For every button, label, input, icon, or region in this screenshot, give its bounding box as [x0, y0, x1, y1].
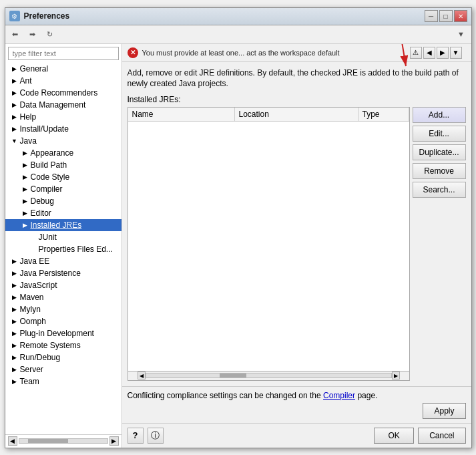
sidebar-item-help[interactable]: ▶ Help — [5, 111, 122, 123]
sidebar-item-label: Remote Systems — [20, 341, 81, 350]
sidebar-item-label: Debug — [31, 196, 54, 206]
sidebar-item-build-path[interactable]: ▶ Build Path — [5, 159, 122, 171]
back-button[interactable]: ⬅ — [8, 27, 23, 41]
sidebar-item-label: Plug-in Development — [20, 329, 94, 338]
sidebar-item-junit[interactable]: JUnit — [5, 231, 122, 243]
panel-footer: Conflicting compliance settings can be c… — [122, 386, 471, 423]
description-text: Add, remove or edit JRE definitions. By … — [128, 67, 466, 90]
right-panel: ✕ You must provide at least one... act a… — [122, 44, 471, 448]
scroll-left-button[interactable]: ◀ — [138, 371, 146, 380]
jres-area: Name Location Type ◀ — [128, 107, 466, 380]
arrow-icon: ▶ — [21, 209, 29, 217]
sidebar-scrollbar: ◀ ▶ — [5, 434, 122, 448]
arrow-icon: ▶ — [11, 101, 19, 109]
add-button[interactable]: Add... — [413, 107, 466, 123]
sidebar-item-label: JavaScript — [20, 281, 57, 290]
close-button[interactable]: ✕ — [454, 10, 467, 22]
sidebar-item-label: Properties Files Ed... — [39, 245, 113, 254]
table-body — [128, 122, 409, 370]
forward-button[interactable]: ➡ — [25, 27, 40, 41]
sidebar-item-server[interactable]: ▶ Server — [5, 363, 122, 375]
help-button[interactable]: ? — [128, 428, 144, 444]
toolbar-menu-button[interactable]: ▼ — [454, 27, 469, 41]
compiler-link[interactable]: Compiler — [323, 391, 355, 400]
edit-button[interactable]: Edit... — [413, 126, 466, 142]
col-header-name: Name — [128, 108, 235, 121]
arrow-icon — [29, 233, 37, 241]
sidebar-item-general[interactable]: ▶ General — [5, 63, 122, 75]
preferences-window: ⚙ Preferences ─ □ ✕ ⬅ ➡ ↻ ▼ ▶ General — [5, 7, 472, 448]
scroll-right-button[interactable]: ▶ — [392, 371, 400, 380]
arrow-icon: ▶ — [11, 377, 19, 386]
sidebar-item-label: Java Persistence — [20, 269, 81, 278]
installed-jres-label: Installed JREs: — [128, 95, 466, 104]
window-icon: ⚙ — [9, 11, 20, 21]
refresh-button[interactable]: ↻ — [43, 27, 57, 41]
footer-text-before: Conflicting compliance settings can be c… — [128, 391, 324, 400]
sidebar-item-label: Install/Update — [20, 124, 69, 134]
sidebar-item-install-update[interactable]: ▶ Install/Update — [5, 123, 122, 135]
sidebar-item-label: Editor — [31, 208, 51, 218]
search-button[interactable]: Search... — [413, 182, 466, 198]
sidebar-item-code-recommenders[interactable]: ▶ Code Recommenders — [5, 87, 122, 99]
sidebar-item-data-management[interactable]: ▶ Data Management — [5, 99, 122, 111]
arrow-icon: ▶ — [11, 281, 19, 289]
sidebar-item-label: Installed JREs — [31, 220, 82, 230]
ok-button[interactable]: OK — [374, 428, 414, 444]
sidebar-item-plugin-development[interactable]: ▶ Plug-in Development — [5, 327, 122, 339]
duplicate-button[interactable]: Duplicate... — [413, 144, 466, 160]
sidebar-scroll-left[interactable]: ◀ — [8, 436, 17, 446]
sidebar-item-appearance[interactable]: ▶ Appearance — [5, 147, 122, 159]
sidebar-item-compiler[interactable]: ▶ Compiler — [5, 183, 122, 195]
sidebar-item-code-style[interactable]: ▶ Code Style — [5, 171, 122, 183]
filter-input[interactable] — [8, 47, 119, 60]
sidebar-item-properties-files[interactable]: Properties Files Ed... — [5, 243, 122, 255]
sidebar-item-installed-jres[interactable]: ▶ Installed JREs — [5, 219, 122, 231]
tree-container: ▶ General ▶ Ant ▶ Code Recommenders ▶ Da… — [5, 63, 122, 434]
dialog-buttons: ? ⓘ OK Cancel — [122, 423, 471, 448]
sidebar-item-label: Data Management — [20, 100, 86, 110]
sidebar-item-run-debug[interactable]: ▶ Run/Debug — [5, 351, 122, 363]
arrow-icon: ▶ — [11, 317, 19, 325]
scrollbar-thumb — [220, 373, 246, 377]
arrow-icon: ▼ — [11, 137, 19, 145]
arrow-icon: ▶ — [21, 221, 29, 229]
sidebar-item-remote-systems[interactable]: ▶ Remote Systems — [5, 339, 122, 351]
sidebar-item-oomph[interactable]: ▶ Oomph — [5, 315, 122, 327]
sidebar-item-team[interactable]: ▶ Team — [5, 375, 122, 388]
sidebar-item-maven[interactable]: ▶ Maven — [5, 291, 122, 303]
apply-button[interactable]: Apply — [423, 403, 465, 419]
sidebar-scroll-thumb — [28, 439, 68, 443]
sidebar-scroll-track — [19, 438, 108, 444]
message-menu-button[interactable]: ▼ — [450, 47, 462, 59]
info-button[interactable]: ⓘ — [148, 428, 164, 444]
sidebar-item-label: Compiler — [31, 184, 63, 194]
error-icon: ✕ — [128, 47, 138, 58]
arrow-icon: ▶ — [21, 185, 29, 193]
sidebar-item-java-persistence[interactable]: ▶ Java Persistence — [5, 267, 122, 279]
cancel-button[interactable]: Cancel — [418, 428, 465, 444]
next-message-button[interactable]: ▶ — [437, 47, 449, 59]
sidebar-item-java-ee[interactable]: ▶ Java EE — [5, 255, 122, 267]
remove-button[interactable]: Remove — [413, 163, 466, 179]
title-controls: ─ □ ✕ — [425, 10, 467, 22]
sidebar-item-mylyn[interactable]: ▶ Mylyn — [5, 303, 122, 315]
message-bar: ✕ You must provide at least one... act a… — [122, 44, 471, 62]
prev-message-button[interactable]: ◀ — [423, 47, 435, 59]
sidebar-scroll-right[interactable]: ▶ — [109, 436, 119, 446]
maximize-button[interactable]: □ — [439, 10, 453, 22]
sidebar-item-debug[interactable]: ▶ Debug — [5, 195, 122, 207]
sidebar-item-java[interactable]: ▼ Java — [5, 135, 122, 147]
sidebar-item-editor[interactable]: ▶ Editor — [5, 207, 122, 219]
jres-table: Name Location Type ◀ — [128, 107, 410, 380]
sidebar-item-label: Ant — [20, 76, 32, 86]
panel-body: Add, remove or edit JRE definitions. By … — [122, 62, 471, 386]
sidebar-item-javascript[interactable]: ▶ JavaScript — [5, 279, 122, 291]
minimize-button[interactable]: ─ — [425, 10, 438, 22]
footer-text-after: page. — [355, 391, 377, 400]
warning-icon[interactable]: ⚠ — [410, 47, 422, 59]
arrow-icon: ▶ — [21, 161, 29, 169]
arrow-icon: ▶ — [11, 365, 19, 373]
arrow-icon: ▶ — [11, 341, 19, 349]
sidebar-item-ant[interactable]: ▶ Ant — [5, 75, 122, 87]
